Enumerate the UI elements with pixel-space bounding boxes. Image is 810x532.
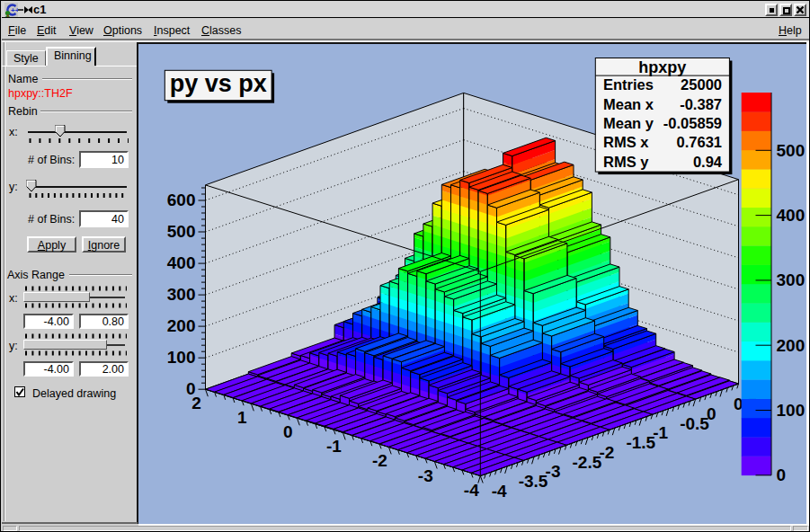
- svg-text:100: 100: [777, 401, 806, 420]
- svg-text:-1: -1: [326, 437, 342, 456]
- svg-text:400: 400: [167, 253, 196, 272]
- svg-text:-3.5: -3.5: [519, 472, 548, 491]
- svg-text:0: 0: [777, 466, 787, 484]
- svg-text:300: 300: [167, 285, 196, 304]
- svg-text:500: 500: [167, 222, 196, 241]
- svg-text:RMS y: RMS y: [603, 154, 649, 170]
- svg-text:2: 2: [191, 394, 201, 412]
- svg-text:25000: 25000: [681, 76, 722, 93]
- svg-text:-0.387: -0.387: [680, 96, 722, 112]
- svg-text:1: 1: [237, 408, 247, 427]
- svg-text:RMS x: RMS x: [603, 134, 649, 150]
- svg-text:-3: -3: [418, 466, 433, 485]
- svg-text:-2: -2: [372, 451, 387, 470]
- svg-text:-1: -1: [653, 423, 668, 442]
- svg-text:0: 0: [283, 422, 293, 441]
- svg-text:hpxpy: hpxpy: [638, 58, 686, 76]
- svg-text:0.7631: 0.7631: [677, 134, 722, 150]
- svg-text:600: 600: [167, 191, 196, 209]
- svg-text:200: 200: [167, 316, 196, 335]
- svg-text:-1.5: -1.5: [626, 433, 655, 452]
- svg-text:500: 500: [777, 141, 806, 160]
- svg-text:100: 100: [167, 348, 196, 367]
- svg-text:-0.5: -0.5: [680, 414, 709, 433]
- svg-text:++: ++: [11, 6, 18, 14]
- svg-text:-4: -4: [492, 482, 507, 501]
- svg-text:400: 400: [777, 206, 806, 225]
- svg-text:py vs px: py vs px: [170, 70, 267, 97]
- svg-text:-4: -4: [464, 481, 479, 500]
- svg-text:-2: -2: [600, 443, 615, 462]
- svg-text:Entries: Entries: [603, 76, 654, 93]
- svg-text:0.94: 0.94: [693, 154, 723, 170]
- svg-text:-3: -3: [546, 462, 561, 481]
- svg-text:0: 0: [707, 404, 717, 423]
- svg-text:-0.05859: -0.05859: [663, 115, 722, 131]
- svg-text:-2.5: -2.5: [573, 453, 602, 472]
- svg-text:200: 200: [777, 336, 806, 355]
- svg-text:Mean x: Mean x: [603, 96, 654, 112]
- svg-text:300: 300: [777, 270, 806, 289]
- svg-text:Mean y: Mean y: [603, 115, 654, 131]
